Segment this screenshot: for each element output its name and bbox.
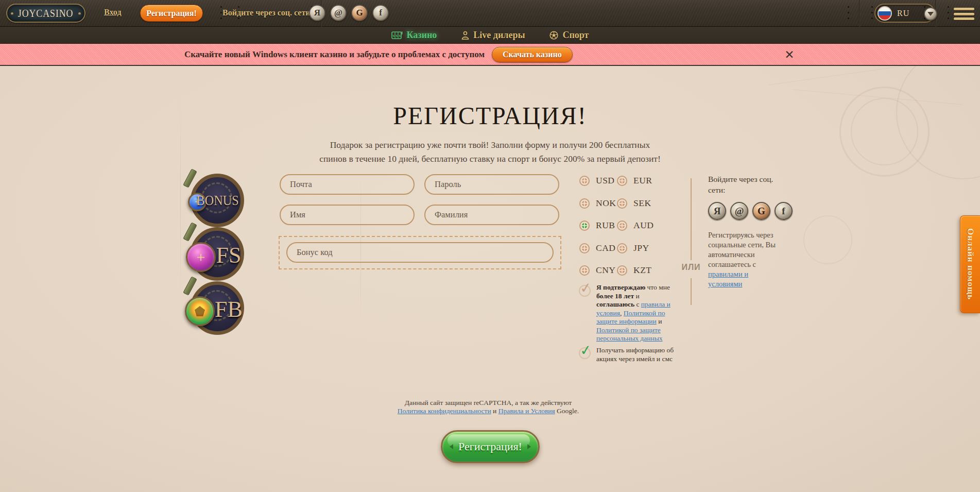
login-link[interactable]: Вход xyxy=(104,8,121,17)
language-selector[interactable]: RU xyxy=(874,4,935,23)
currency-option-aud[interactable]: AUD xyxy=(617,220,654,231)
mailru-icon[interactable]: @ xyxy=(330,5,347,21)
radio-icon[interactable] xyxy=(579,176,590,186)
radio-icon[interactable] xyxy=(617,220,627,231)
currency-label: KZT xyxy=(633,265,652,276)
currency-option-cny[interactable]: CNY xyxy=(579,265,615,276)
currency-label: SEK xyxy=(633,198,651,209)
currency-label: NOK xyxy=(596,198,616,209)
radio-icon[interactable] xyxy=(579,265,590,276)
currency-option-nok[interactable]: NOK xyxy=(579,198,616,209)
radio-icon-selected[interactable] xyxy=(579,220,590,231)
online-help-label: Онлайн помощь xyxy=(965,228,975,300)
facebook-icon[interactable]: f xyxy=(372,5,389,21)
svg-text:$: $ xyxy=(396,33,398,38)
currency-label: CNY xyxy=(596,265,615,276)
vertical-divider xyxy=(691,278,692,305)
page-title: РЕГИСТРАЦИЯ! xyxy=(0,101,980,130)
currency-option-usd[interactable]: USD xyxy=(579,175,615,186)
rivet-decoration xyxy=(848,6,849,8)
firstname-field[interactable] xyxy=(280,205,415,225)
page-subtitle: Подарок за регистрацию уже почти твой! З… xyxy=(0,138,980,166)
badge-label: FS xyxy=(205,242,252,268)
tab-sport[interactable]: Спорт xyxy=(549,30,589,41)
yandex-icon[interactable]: Я xyxy=(708,202,726,220)
currency-label: EUR xyxy=(633,175,652,186)
google-terms-link[interactable]: Правила и Условия xyxy=(498,407,555,415)
google-privacy-link[interactable]: Политика конфиденциальности xyxy=(398,407,491,415)
social-login-prompt: Войдите через соц. сети: xyxy=(222,8,313,18)
register-top-button[interactable]: Регистрация! xyxy=(140,5,203,22)
terms-checkbox[interactable] xyxy=(579,285,591,297)
subtitle-line: Подарок за регистрацию уже почти твой! З… xyxy=(0,138,980,152)
lastname-field[interactable] xyxy=(424,205,559,225)
stain-decoration xyxy=(803,215,852,264)
social-column-icons: Я @ G f xyxy=(708,202,793,220)
google-icon[interactable]: G xyxy=(351,5,368,21)
currency-label: JPY xyxy=(633,243,649,253)
download-casino-button[interactable]: Скачать казино xyxy=(492,47,573,62)
email-field[interactable] xyxy=(280,174,415,195)
yandex-icon[interactable]: Я xyxy=(309,5,325,21)
tab-label: Казино xyxy=(407,30,437,41)
freespins-badge[interactable]: + FS xyxy=(191,227,244,281)
register-submit-button[interactable]: Регистрация! xyxy=(441,430,540,463)
online-help-tab[interactable]: Онлайн помощь xyxy=(960,215,980,313)
or-label: ИЛИ xyxy=(678,263,704,272)
language-code: RU xyxy=(897,9,909,18)
currency-label: RUB xyxy=(596,220,615,231)
rivet-decoration xyxy=(948,6,949,8)
promo-checkbox-label: Получать информацию об акциях через имей… xyxy=(596,346,679,363)
personal-data-policy-link[interactable]: Политикой по защите персональных данных xyxy=(596,326,663,343)
radio-icon[interactable] xyxy=(617,265,627,276)
freebet-badge[interactable]: FB xyxy=(191,281,244,335)
bonus-badge[interactable]: + BONUS xyxy=(191,174,244,227)
logo[interactable]: JOYCASINO xyxy=(6,4,85,23)
currency-option-jpy[interactable]: JPY xyxy=(617,243,649,253)
arrow-right-icon xyxy=(527,444,531,449)
terms-and-conditions-link[interactable]: правилами и условиями xyxy=(708,270,748,288)
hamburger-icon xyxy=(954,8,974,10)
currency-option-cad[interactable]: CAD xyxy=(579,243,615,253)
rivet-decoration xyxy=(871,6,873,8)
radio-icon[interactable] xyxy=(617,243,627,253)
bonus-code-field[interactable] xyxy=(286,242,554,263)
vertical-divider xyxy=(691,178,692,260)
menu-button[interactable] xyxy=(954,8,974,20)
mailru-icon[interactable]: @ xyxy=(730,202,748,220)
logo-text: JOYCASINO xyxy=(18,7,74,20)
arrow-left-icon xyxy=(450,444,453,449)
tab-casino[interactable]: $ $ $ Казино xyxy=(391,30,437,41)
registration-page: РЕГИСТРАЦИЯ! Подарок за регистрацию уже … xyxy=(0,66,980,492)
tab-label: Спорт xyxy=(562,30,589,41)
radio-icon[interactable] xyxy=(617,176,627,186)
rivet-decoration xyxy=(220,6,222,8)
currency-option-sek[interactable]: SEK xyxy=(617,198,651,209)
close-icon[interactable]: ✕ xyxy=(782,47,797,62)
dealer-icon xyxy=(461,31,469,40)
subtitle-line: спинов в течение 10 дней, бесплатную ста… xyxy=(0,152,980,166)
facebook-icon[interactable]: f xyxy=(775,202,793,220)
google-icon[interactable]: G xyxy=(752,202,770,220)
seam-divider xyxy=(859,0,860,27)
currency-option-kzt[interactable]: KZT xyxy=(617,265,652,276)
recaptcha-notice: Данный сайт защищен reCAPTCHA, а так же … xyxy=(390,399,587,415)
currency-option-rub-selected[interactable]: RUB xyxy=(579,220,615,231)
radio-icon[interactable] xyxy=(579,243,590,253)
currency-label: USD xyxy=(596,175,615,186)
password-field[interactable] xyxy=(424,174,559,195)
banner-message: Скачайте новый Windows клиент казино и з… xyxy=(184,49,485,60)
tab-label: Live дилеры xyxy=(473,30,525,41)
currency-label: CAD xyxy=(596,243,615,253)
currency-option-eur[interactable]: EUR xyxy=(617,175,652,186)
bonus-code-box xyxy=(279,236,561,269)
language-dropdown-button[interactable] xyxy=(924,7,937,21)
radio-icon[interactable] xyxy=(617,198,627,209)
promo-checkbox[interactable] xyxy=(579,347,591,359)
radio-icon[interactable] xyxy=(579,198,590,209)
tab-live-dealers[interactable]: Live дилеры xyxy=(461,30,525,41)
social-column-title: Войдите через соц. сети: xyxy=(708,174,775,196)
slot-machine-icon: $ $ $ xyxy=(391,31,403,40)
chevron-down-icon xyxy=(927,12,934,16)
soccer-ball-icon xyxy=(549,31,558,40)
